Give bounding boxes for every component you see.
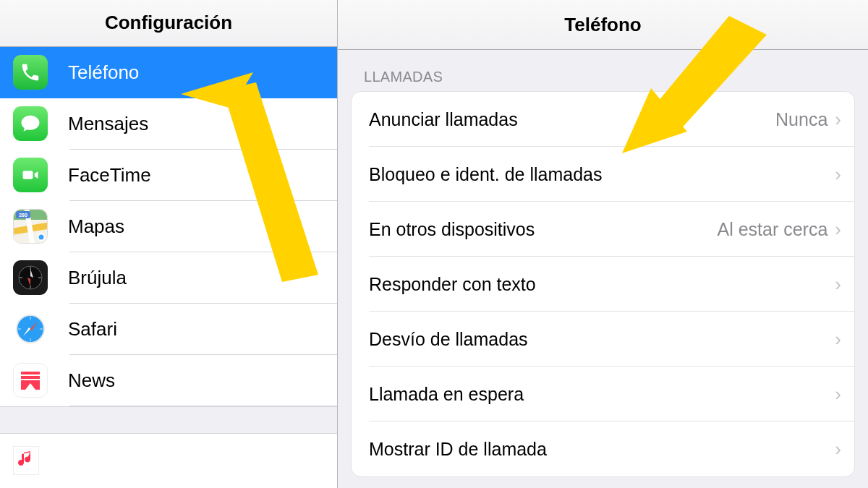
- row-call-forwarding[interactable]: Desvío de llamadas ›: [352, 312, 854, 367]
- sidebar-item-next[interactable]: [0, 434, 337, 488]
- chevron-right-icon: ›: [835, 438, 841, 461]
- sidebar-item-compass[interactable]: Brújula: [0, 252, 337, 304]
- sidebar-item-maps[interactable]: 280 Mapas: [0, 201, 337, 252]
- settings-master-title: Configuración: [0, 0, 337, 47]
- messages-icon: [13, 106, 48, 141]
- sidebar-item-label: Brújula: [68, 267, 326, 289]
- sidebar-item-label: News: [68, 369, 326, 392]
- news-icon: [13, 363, 48, 398]
- sidebar-item-phone[interactable]: Teléfono: [0, 47, 337, 98]
- sidebar-item-label: Safari: [68, 318, 326, 341]
- settings-split-view: Configuración Teléfono Mensajes FaceTime: [0, 0, 868, 488]
- row-label: Desvío de llamadas: [369, 329, 827, 350]
- sidebar-item-messages[interactable]: Mensajes: [0, 98, 337, 150]
- svg-point-5: [38, 234, 45, 241]
- settings-master-panel: Configuración Teléfono Mensajes FaceTime: [0, 0, 338, 488]
- chevron-right-icon: ›: [835, 108, 841, 131]
- row-other-devices[interactable]: En otros dispositivos Al estar cerca ›: [352, 202, 854, 257]
- maps-icon: 280: [13, 209, 48, 244]
- chevron-right-icon: ›: [835, 273, 841, 296]
- sidebar-item-safari[interactable]: Safari: [0, 304, 337, 355]
- chevron-right-icon: ›: [835, 163, 841, 186]
- row-label: Anunciar llamadas: [369, 109, 775, 130]
- sidebar-item-label: Mensajes: [68, 113, 326, 135]
- compass-icon: [13, 260, 48, 295]
- phone-icon: [13, 55, 48, 90]
- music-icon: [13, 446, 39, 475]
- row-label: Bloqueo e ident. de llamadas: [369, 164, 827, 185]
- settings-master-list: Teléfono Mensajes FaceTime: [0, 47, 337, 406]
- row-respond-text[interactable]: Responder con texto ›: [352, 257, 854, 312]
- row-value: Nunca: [775, 109, 827, 130]
- sidebar-item-label: FaceTime: [68, 164, 326, 187]
- row-show-caller-id[interactable]: Mostrar ID de llamada ›: [352, 421, 854, 476]
- sidebar-item-label: Teléfono: [68, 61, 326, 84]
- sidebar-item-news[interactable]: News: [0, 355, 337, 406]
- settings-detail-panel: Teléfono LLAMADAS Anunciar llamadas Nunc…: [338, 0, 868, 488]
- chevron-right-icon: ›: [835, 328, 841, 351]
- section-header-calls: LLAMADAS: [338, 50, 868, 91]
- row-call-blocking-id[interactable]: Bloqueo e ident. de llamadas ›: [352, 147, 854, 202]
- calls-settings-group: Anunciar llamadas Nunca › Bloqueo e iden…: [351, 91, 855, 477]
- svg-text:280: 280: [19, 213, 27, 218]
- chevron-right-icon: ›: [835, 218, 841, 241]
- row-label: Mostrar ID de llamada: [369, 439, 827, 460]
- row-value: Al estar cerca: [717, 219, 827, 240]
- row-label: Llamada en espera: [369, 384, 827, 405]
- row-announce-calls[interactable]: Anunciar llamadas Nunca ›: [352, 92, 854, 147]
- row-call-waiting[interactable]: Llamada en espera ›: [352, 367, 854, 421]
- sidebar-item-label: Mapas: [68, 215, 326, 238]
- row-label: Responder con texto: [369, 274, 827, 295]
- chevron-right-icon: ›: [835, 383, 841, 406]
- settings-detail-title: Teléfono: [338, 0, 868, 50]
- safari-icon: [13, 312, 48, 346]
- settings-section-gap: [0, 406, 337, 434]
- row-label: En otros dispositivos: [369, 219, 717, 240]
- sidebar-item-facetime[interactable]: FaceTime: [0, 150, 337, 201]
- svg-rect-0: [23, 171, 33, 180]
- facetime-icon: [13, 158, 48, 192]
